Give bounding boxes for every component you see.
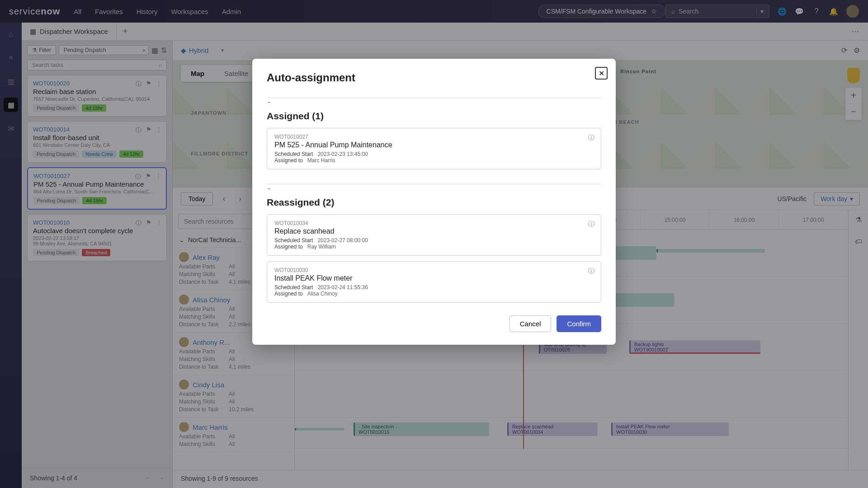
assignment-card[interactable]: ⓘ WOT0010030 Install PEAK Flow meter Sch… — [267, 261, 601, 303]
collapse-icon[interactable]: ⌃ — [267, 187, 601, 193]
assignment-card[interactable]: ⓘ WOT0010034 Replace scanhead Scheduled … — [267, 214, 601, 256]
collapse-icon[interactable]: ⌃ — [267, 101, 601, 107]
modal-title: Auto-assignment — [267, 71, 601, 84]
assign-title: PM 525 - Annual Pump Maintenance — [274, 141, 594, 149]
assign-title: Replace scanhead — [274, 227, 594, 235]
modal-overlay[interactable]: Auto-assignment ✕ ⌃ Assigned (1) ⓘ WOT00… — [0, 0, 868, 488]
assign-title: Install PEAK Flow meter — [274, 274, 594, 282]
assign-id: WOT0010030 — [274, 267, 594, 273]
auto-assignment-modal: Auto-assignment ✕ ⌃ Assigned (1) ⓘ WOT00… — [252, 59, 616, 345]
confirm-button[interactable]: Confirm — [557, 315, 601, 332]
assign-id: WOT0010034 — [274, 220, 594, 226]
assign-id: WOT0010027 — [274, 134, 594, 140]
reassigned-header: Reassigned (2) — [267, 197, 601, 208]
info-icon[interactable]: ⓘ — [588, 267, 594, 275]
info-icon[interactable]: ⓘ — [588, 220, 594, 228]
assignment-card[interactable]: ⓘ WOT0010027 PM 525 - Annual Pump Mainte… — [267, 128, 601, 169]
modal-close-button[interactable]: ✕ — [595, 67, 608, 80]
cancel-button[interactable]: Cancel — [509, 315, 552, 332]
assigned-header: Assigned (1) — [267, 111, 601, 122]
info-icon[interactable]: ⓘ — [588, 134, 594, 142]
